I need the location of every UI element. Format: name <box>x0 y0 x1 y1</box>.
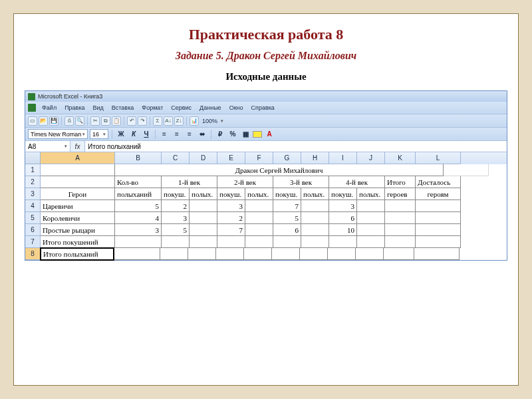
cell[interactable]: 3 <box>217 200 245 212</box>
font-size-select[interactable]: 16 ▾ <box>90 129 108 139</box>
cell[interactable] <box>272 248 300 260</box>
menu-data[interactable]: Данные <box>196 104 225 112</box>
cell[interactable] <box>216 248 244 260</box>
menu-insert[interactable]: Вставка <box>108 104 137 112</box>
undo-icon[interactable]: ↶ <box>127 116 136 126</box>
cell[interactable] <box>300 248 328 260</box>
currency-icon[interactable]: ₽ <box>215 129 225 139</box>
cell[interactable] <box>245 236 273 248</box>
cell[interactable] <box>416 212 461 224</box>
cell[interactable]: 6 <box>329 212 357 224</box>
cell[interactable]: 4 <box>115 212 162 224</box>
autosum-icon[interactable]: Σ <box>153 116 162 126</box>
menu-tools[interactable]: Сервис <box>168 104 195 112</box>
cell[interactable]: покуш. <box>162 188 190 200</box>
cell[interactable]: полых. <box>301 188 329 200</box>
cell[interactable]: 3 <box>115 224 162 236</box>
cell-merged-title[interactable]: Дракон Сергей Михайлович <box>115 164 444 176</box>
cell[interactable]: покуш. <box>329 188 357 200</box>
cell[interactable]: 3-й век <box>273 176 329 188</box>
column-header[interactable]: C <box>162 152 190 164</box>
italic-icon[interactable]: К <box>128 129 139 139</box>
cell[interactable] <box>385 212 416 224</box>
cell[interactable] <box>416 224 461 236</box>
menu-file[interactable]: Файл <box>39 104 60 112</box>
cell[interactable]: 3 <box>329 200 357 212</box>
cell[interactable]: 5 <box>162 224 190 236</box>
cell[interactable] <box>385 236 416 248</box>
column-header[interactable]: D <box>190 152 217 164</box>
sort-desc-icon[interactable]: Z↓ <box>174 116 184 126</box>
cell[interactable] <box>190 236 217 248</box>
cell[interactable] <box>190 200 217 212</box>
cell[interactable] <box>301 200 329 212</box>
align-left-icon[interactable]: ≡ <box>159 129 170 139</box>
cell[interactable]: 1-й век <box>162 176 217 188</box>
row-header[interactable]: 7 <box>25 236 40 248</box>
cell[interactable] <box>217 236 245 248</box>
cell[interactable] <box>41 164 115 176</box>
row-header[interactable]: 5 <box>25 212 40 224</box>
align-center-icon[interactable]: ≡ <box>172 129 182 139</box>
borders-icon[interactable]: ▦ <box>240 129 251 139</box>
name-box[interactable]: A8 ▾ <box>25 141 70 152</box>
new-icon[interactable]: ▭ <box>28 116 37 126</box>
cell[interactable]: 4-й век <box>329 176 385 188</box>
cell[interactable] <box>244 248 272 260</box>
menu-format[interactable]: Формат <box>138 104 166 112</box>
cell[interactable] <box>41 176 115 188</box>
column-header[interactable]: K <box>385 152 416 164</box>
menu-view[interactable]: Вид <box>90 104 107 112</box>
cell[interactable] <box>245 200 273 212</box>
sort-asc-icon[interactable]: A↓ <box>164 116 173 126</box>
cell[interactable] <box>416 236 461 248</box>
select-all-button[interactable] <box>25 152 40 164</box>
cell[interactable] <box>273 236 301 248</box>
cell[interactable] <box>190 224 217 236</box>
cell[interactable] <box>115 236 162 248</box>
cell[interactable] <box>188 248 216 260</box>
column-header[interactable]: E <box>217 152 245 164</box>
cell[interactable]: Кол-во <box>115 176 162 188</box>
merge-icon[interactable]: ⬌ <box>197 129 207 139</box>
chart-icon[interactable]: 📊 <box>190 116 199 126</box>
cell[interactable]: 2-й век <box>217 176 273 188</box>
column-header[interactable]: A <box>41 152 115 164</box>
cell[interactable] <box>245 212 273 224</box>
fill-color-icon[interactable] <box>253 131 262 138</box>
fx-icon[interactable]: fx <box>70 141 85 152</box>
cell[interactable]: Королевичи <box>41 212 115 224</box>
cell[interactable]: 3 <box>162 212 190 224</box>
redo-icon[interactable]: ↷ <box>138 116 147 126</box>
cell[interactable] <box>301 212 329 224</box>
cell[interactable]: 2 <box>217 212 245 224</box>
copy-icon[interactable]: ⧉ <box>101 116 110 126</box>
cell[interactable]: Простые рыцари <box>41 224 115 236</box>
row-header[interactable]: 6 <box>25 224 40 236</box>
row-header[interactable]: 3 <box>25 188 40 200</box>
font-color-icon[interactable]: A <box>264 129 275 139</box>
preview-icon[interactable]: 🔍 <box>75 116 84 126</box>
cell[interactable] <box>357 200 385 212</box>
cell[interactable]: полых. <box>245 188 273 200</box>
cell[interactable] <box>385 224 416 236</box>
column-header[interactable]: B <box>115 152 162 164</box>
column-header[interactable]: G <box>273 152 301 164</box>
row-header[interactable]: 2 <box>25 176 40 188</box>
cell[interactable] <box>190 212 217 224</box>
print-icon[interactable]: ⎙ <box>65 116 74 126</box>
font-name-select[interactable]: Times New Roman ▾ <box>28 129 88 139</box>
cell[interactable]: 6 <box>273 224 301 236</box>
cell[interactable]: 5 <box>115 200 162 212</box>
cell[interactable] <box>357 224 385 236</box>
cell[interactable]: 7 <box>217 224 245 236</box>
column-header[interactable]: F <box>245 152 273 164</box>
cell[interactable] <box>357 212 385 224</box>
menu-help[interactable]: Справка <box>248 104 278 112</box>
cell[interactable] <box>414 248 460 260</box>
zoom-select[interactable]: 100% <box>200 118 219 124</box>
row-header[interactable]: 8 <box>25 248 40 260</box>
cell[interactable]: 2 <box>162 200 190 212</box>
cell[interactable]: Итого покушений <box>41 236 115 248</box>
row-header[interactable]: 1 <box>25 164 40 176</box>
